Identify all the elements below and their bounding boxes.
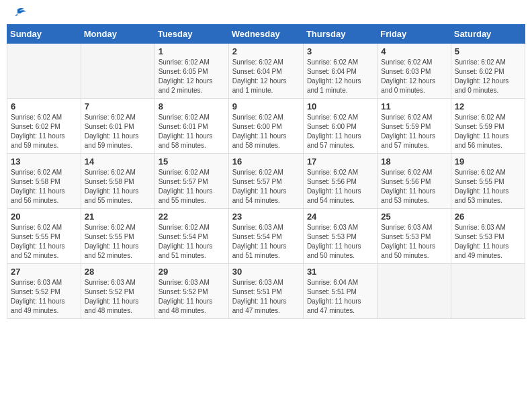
cell-content: Sunrise: 6:02 AMSunset: 5:57 PMDaylight:… [232, 168, 300, 205]
calendar-cell: 6Sunrise: 6:02 AMSunset: 6:02 PMDaylight… [7, 99, 81, 154]
logo [7, 7, 27, 19]
cell-content: Sunrise: 6:03 AMSunset: 5:52 PMDaylight:… [159, 278, 225, 316]
calendar-cell: 23Sunrise: 6:03 AMSunset: 5:54 PMDayligh… [228, 209, 303, 264]
cell-content: Sunrise: 6:02 AMSunset: 6:04 PMDaylight:… [232, 58, 300, 95]
header-row: SundayMondayTuesdayWednesdayThursdayFrid… [7, 25, 525, 44]
cell-content: Sunrise: 6:03 AMSunset: 5:52 PMDaylight:… [11, 278, 77, 316]
calendar-cell: 31Sunrise: 6:04 AMSunset: 5:51 PMDayligh… [303, 264, 377, 319]
week-row-3: 13Sunrise: 6:02 AMSunset: 5:58 PMDayligh… [7, 154, 525, 209]
calendar-cell: 5Sunrise: 6:02 AMSunset: 6:02 PMDaylight… [451, 44, 525, 99]
calendar-cell: 11Sunrise: 6:02 AMSunset: 5:59 PMDayligh… [378, 99, 451, 154]
day-number: 8 [159, 101, 225, 111]
day-number: 15 [159, 156, 225, 167]
header-day-saturday: Saturday [451, 25, 525, 44]
cell-content: Sunrise: 6:03 AMSunset: 5:54 PMDaylight:… [232, 223, 300, 261]
day-number: 23 [232, 212, 300, 222]
cell-content: Sunrise: 6:02 AMSunset: 5:56 PMDaylight:… [307, 168, 373, 205]
day-number: 27 [11, 267, 77, 277]
cell-content: Sunrise: 6:02 AMSunset: 6:03 PMDaylight:… [381, 58, 447, 95]
calendar-cell: 19Sunrise: 6:02 AMSunset: 5:55 PMDayligh… [451, 154, 525, 209]
day-number: 5 [455, 46, 521, 56]
calendar-cell [451, 264, 525, 319]
cell-content: Sunrise: 6:02 AMSunset: 6:01 PMDaylight:… [159, 113, 225, 150]
cell-content: Sunrise: 6:02 AMSunset: 5:56 PMDaylight:… [381, 168, 447, 205]
week-row-4: 20Sunrise: 6:02 AMSunset: 5:55 PMDayligh… [7, 209, 525, 264]
day-number: 29 [159, 267, 225, 277]
cell-content: Sunrise: 6:02 AMSunset: 6:04 PMDaylight:… [307, 58, 373, 95]
header-day-monday: Monday [81, 25, 154, 44]
day-number: 10 [307, 101, 373, 111]
calendar-cell: 2Sunrise: 6:02 AMSunset: 6:04 PMDaylight… [228, 44, 303, 99]
calendar-cell: 26Sunrise: 6:03 AMSunset: 5:53 PMDayligh… [451, 209, 525, 264]
calendar-cell: 7Sunrise: 6:02 AMSunset: 6:01 PMDaylight… [81, 99, 154, 154]
logo-bird-icon [8, 7, 27, 21]
day-number: 4 [381, 46, 447, 56]
cell-content: Sunrise: 6:04 AMSunset: 5:51 PMDaylight:… [307, 278, 373, 316]
day-number: 19 [455, 156, 521, 167]
day-number: 3 [307, 46, 373, 56]
header-day-thursday: Thursday [303, 25, 377, 44]
day-number: 14 [85, 156, 151, 167]
day-number: 24 [307, 212, 373, 222]
day-number: 21 [85, 212, 151, 222]
calendar-cell: 8Sunrise: 6:02 AMSunset: 6:01 PMDaylight… [154, 99, 228, 154]
calendar-cell: 28Sunrise: 6:03 AMSunset: 5:52 PMDayligh… [81, 264, 154, 319]
calendar-cell [378, 264, 451, 319]
calendar-cell: 16Sunrise: 6:02 AMSunset: 5:57 PMDayligh… [228, 154, 303, 209]
day-number: 25 [381, 212, 447, 222]
calendar-cell: 21Sunrise: 6:02 AMSunset: 5:55 PMDayligh… [81, 209, 154, 264]
day-number: 22 [159, 212, 225, 222]
cell-content: Sunrise: 6:02 AMSunset: 6:00 PMDaylight:… [307, 113, 373, 150]
day-number: 18 [381, 156, 447, 167]
cell-content: Sunrise: 6:02 AMSunset: 6:00 PMDaylight:… [232, 113, 300, 150]
day-number: 20 [11, 212, 77, 222]
calendar-cell: 14Sunrise: 6:02 AMSunset: 5:58 PMDayligh… [81, 154, 154, 209]
calendar-cell: 18Sunrise: 6:02 AMSunset: 5:56 PMDayligh… [378, 154, 451, 209]
calendar-cell: 12Sunrise: 6:02 AMSunset: 5:59 PMDayligh… [451, 99, 525, 154]
cell-content: Sunrise: 6:03 AMSunset: 5:53 PMDaylight:… [307, 223, 373, 261]
calendar-cell: 1Sunrise: 6:02 AMSunset: 6:05 PMDaylight… [154, 44, 228, 99]
cell-content: Sunrise: 6:02 AMSunset: 5:55 PMDaylight:… [85, 223, 151, 261]
cell-content: Sunrise: 6:03 AMSunset: 5:53 PMDaylight:… [381, 223, 447, 261]
header-day-wednesday: Wednesday [228, 25, 303, 44]
calendar-cell: 17Sunrise: 6:02 AMSunset: 5:56 PMDayligh… [303, 154, 377, 209]
cell-content: Sunrise: 6:02 AMSunset: 6:02 PMDaylight:… [11, 113, 77, 150]
day-number: 1 [159, 46, 225, 56]
calendar-cell [81, 44, 154, 99]
day-number: 28 [85, 267, 151, 277]
calendar-cell: 27Sunrise: 6:03 AMSunset: 5:52 PMDayligh… [7, 264, 81, 319]
calendar-cell [7, 44, 81, 99]
day-number: 12 [455, 101, 521, 111]
day-number: 11 [381, 101, 447, 111]
header [7, 7, 525, 19]
calendar-cell: 25Sunrise: 6:03 AMSunset: 5:53 PMDayligh… [378, 209, 451, 264]
calendar-cell: 20Sunrise: 6:02 AMSunset: 5:55 PMDayligh… [7, 209, 81, 264]
cell-content: Sunrise: 6:02 AMSunset: 5:55 PMDaylight:… [455, 168, 521, 205]
cell-content: Sunrise: 6:02 AMSunset: 6:01 PMDaylight:… [85, 113, 151, 150]
day-number: 30 [232, 267, 300, 277]
cell-content: Sunrise: 6:02 AMSunset: 5:54 PMDaylight:… [159, 223, 225, 261]
cell-content: Sunrise: 6:02 AMSunset: 5:58 PMDaylight:… [85, 168, 151, 205]
day-number: 16 [232, 156, 300, 167]
calendar-cell: 24Sunrise: 6:03 AMSunset: 5:53 PMDayligh… [303, 209, 377, 264]
day-number: 6 [11, 101, 77, 111]
calendar-cell: 10Sunrise: 6:02 AMSunset: 6:00 PMDayligh… [303, 99, 377, 154]
calendar-cell: 29Sunrise: 6:03 AMSunset: 5:52 PMDayligh… [154, 264, 228, 319]
day-number: 31 [307, 267, 373, 277]
cell-content: Sunrise: 6:02 AMSunset: 5:59 PMDaylight:… [455, 113, 521, 150]
header-day-friday: Friday [378, 25, 451, 44]
calendar-cell: 22Sunrise: 6:02 AMSunset: 5:54 PMDayligh… [154, 209, 228, 264]
week-row-5: 27Sunrise: 6:03 AMSunset: 5:52 PMDayligh… [7, 264, 525, 319]
calendar-cell: 13Sunrise: 6:02 AMSunset: 5:58 PMDayligh… [7, 154, 81, 209]
cell-content: Sunrise: 6:03 AMSunset: 5:51 PMDaylight:… [232, 278, 300, 316]
calendar-cell: 4Sunrise: 6:02 AMSunset: 6:03 PMDaylight… [378, 44, 451, 99]
cell-content: Sunrise: 6:02 AMSunset: 6:05 PMDaylight:… [159, 58, 225, 95]
day-number: 13 [11, 156, 77, 167]
day-number: 7 [85, 101, 151, 111]
day-number: 26 [455, 212, 521, 222]
cell-content: Sunrise: 6:03 AMSunset: 5:53 PMDaylight:… [455, 223, 521, 261]
calendar-cell: 3Sunrise: 6:02 AMSunset: 6:04 PMDaylight… [303, 44, 377, 99]
calendar-cell: 9Sunrise: 6:02 AMSunset: 6:00 PMDaylight… [228, 99, 303, 154]
header-day-sunday: Sunday [7, 25, 81, 44]
calendar-table: SundayMondayTuesdayWednesdayThursdayFrid… [7, 24, 525, 319]
